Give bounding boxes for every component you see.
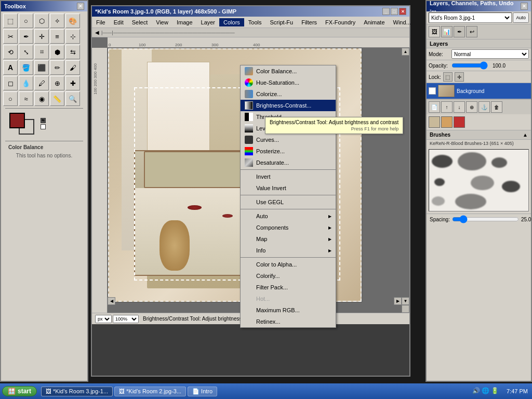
layer-visibility-eye[interactable]: 👁 [429,87,436,95]
auto-button[interactable]: Auto [513,12,529,23]
tool-ink[interactable]: 🖊 [34,76,49,90]
close-button[interactable]: ✕ [399,8,406,15]
color-sq-1[interactable] [429,116,440,128]
menu-layer[interactable]: Layer [197,18,220,26]
move-layer-up-btn[interactable]: ↑ [441,101,453,113]
tool-scissors[interactable]: ✂ [3,29,18,44]
tool-clone[interactable]: ⊕ [50,76,64,90]
menu-colorize[interactable]: Colorize... [241,88,336,100]
tool-move[interactable]: ✛ [34,29,49,44]
tool-blend[interactable]: ⬛ [34,60,49,75]
tool-rect-select[interactable]: ⬚ [3,14,18,28]
zoom-select[interactable]: 100% [113,315,139,323]
tool-free-select[interactable]: ⬡ [34,14,49,28]
menu-use-gegl[interactable]: Use GEGL [241,196,336,208]
new-layer-btn[interactable]: 📄 [429,101,440,113]
tool-zoom[interactable]: 🔍 [65,91,80,106]
menu-brightness-contrast[interactable]: Brightness-Contrast... [241,100,336,111]
tool-paintbrush[interactable]: 🖌 [65,60,80,75]
foreground-color-swatch[interactable] [9,113,25,128]
swap-colors-button[interactable]: ⇆ [41,118,46,123]
spacing-slider[interactable] [452,215,519,223]
taskbar-item-1[interactable]: 🖼 *Kid's Room 3.jpg-1... [41,387,113,396]
tool-perspective[interactable]: ⬢ [50,45,64,59]
tool-align[interactable]: ≡ [50,29,64,44]
tool-text[interactable]: A [3,60,18,75]
brushes-expand-icon[interactable]: ▲ [523,132,528,138]
menu-colors[interactable]: Colors [219,18,244,26]
reset-colors-button[interactable] [41,124,46,129]
menu-wind[interactable]: Wind... [389,18,415,26]
tool-smudge[interactable]: ≈ [19,91,33,106]
color-sq-3[interactable] [454,116,465,128]
scroll-up-btn[interactable]: ▲ [402,48,409,56]
tool-eraser[interactable]: ◻ [3,76,18,90]
menu-color-balance[interactable]: Color Balance... [241,65,336,77]
taskbar-item-3[interactable]: 📄 Intro [188,387,217,396]
tool-flip[interactable]: ⇆ [65,45,80,59]
tool-rotate[interactable]: ⟲ [3,45,18,59]
menu-fx-foundry[interactable]: FX-Foundry [321,18,360,26]
menu-auto[interactable]: Auto ▶ [241,210,336,222]
menu-value-invert[interactable]: Value Invert [241,182,336,194]
scroll-left-btn[interactable]: ◀ [108,297,115,305]
menu-posterize[interactable]: Posterize... [241,145,336,157]
tool-convolve[interactable]: ◉ [34,91,49,106]
paths-icon-tab[interactable]: ✒ [454,26,465,37]
menu-retinex[interactable]: Retinex... [241,316,336,327]
menu-hue-saturation[interactable]: Hue-Saturation... [241,77,336,88]
menu-desaturate[interactable]: Desaturate... [241,157,336,168]
taskbar-item-2[interactable]: 🖼 *Kid's Room 2.jpg-3... [114,387,186,396]
tool-ellipse-select[interactable]: ○ [19,14,33,28]
scroll-right-btn[interactable]: ▶ [394,297,402,305]
lock-pixel-btn[interactable]: ⬚ [443,72,453,82]
anchor-layer-btn[interactable]: ⚓ [478,101,490,113]
tool-shear[interactable]: ⌗ [34,45,49,59]
menu-color-to-alpha[interactable]: Color to Alpha... [241,259,336,270]
menu-components[interactable]: Components ▶ [241,222,336,233]
menu-info[interactable]: Info ▶ [241,245,336,256]
move-layer-down-btn[interactable]: ↓ [454,101,465,113]
menu-colorify[interactable]: Colorify... [241,270,336,282]
channels-icon-tab[interactable]: 📊 [441,26,453,37]
tool-color-select[interactable]: 🎨 [65,14,80,28]
color-sq-2[interactable] [441,116,453,128]
tool-measure[interactable]: 📏 [50,91,64,106]
maximize-button[interactable]: □ [391,8,398,15]
nav-back[interactable]: ◀ [94,30,100,35]
menu-script-fu[interactable]: Script-Fu [266,18,298,26]
tool-airbrush[interactable]: 💧 [19,76,33,90]
menu-image[interactable]: Image [172,18,197,26]
minimize-button[interactable]: _ [382,8,390,15]
duplicate-layer-btn[interactable]: ⊕ [466,101,477,113]
tool-heal[interactable]: ✚ [65,76,80,90]
menu-filter-pack[interactable]: Filter Pack... [241,282,336,293]
menu-animate[interactable]: Animate [360,18,389,26]
start-button[interactable]: 🪟 start [2,386,37,396]
tool-dodge-burn[interactable]: ○ [3,91,18,106]
tool-pencil[interactable]: ✏ [50,60,64,75]
menu-tools[interactable]: Tools [244,18,266,26]
menu-filters[interactable]: Filters [297,18,321,26]
tool-paths[interactable]: ✒ [19,29,33,44]
menu-select[interactable]: Select [128,18,152,26]
tool-fuzzy-select[interactable]: ⟡ [50,14,64,28]
menu-invert[interactable]: Invert [241,171,336,182]
tool-scale[interactable]: ⤡ [19,45,33,59]
delete-layer-btn[interactable]: 🗑 [491,101,502,113]
lock-position-btn[interactable]: ✛ [455,72,464,82]
unit-select[interactable]: px [95,315,112,323]
menu-file[interactable]: File [92,18,110,26]
mode-select[interactable]: Normal [451,49,529,59]
file-dropdown[interactable]: Kid's Room 3.jpg-1 [429,12,512,23]
scroll-down-btn[interactable]: ▼ [402,297,409,305]
layers-icon-tab[interactable]: 🖼 [429,26,440,37]
tool-crop[interactable]: ⊹ [65,29,80,44]
undo-icon-tab[interactable]: ↩ [466,26,477,37]
menu-maximum-rgb[interactable]: Maximum RGB... [241,304,336,316]
layer-background[interactable]: 👁 Background [427,83,531,99]
toolbox-close-button[interactable]: ✕ [77,3,84,10]
menu-map[interactable]: Map ▶ [241,233,336,245]
tool-bucket-fill[interactable]: 🪣 [19,60,33,75]
opacity-slider[interactable] [451,61,488,70]
